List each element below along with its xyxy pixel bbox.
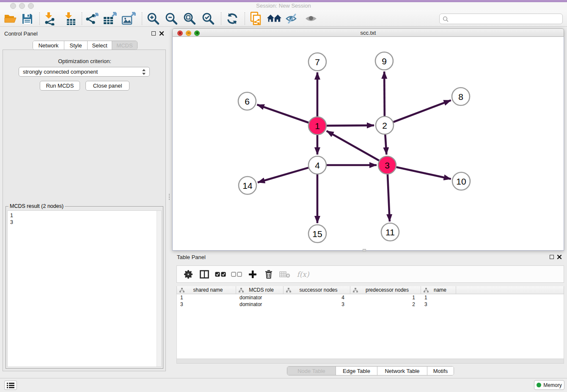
edge-2-8[interactable]: [394, 100, 451, 122]
edge-1-6[interactable]: [257, 105, 309, 122]
zoom-selected-icon[interactable]: [201, 11, 216, 26]
memory-button[interactable]: Memory: [534, 380, 564, 390]
add-icon[interactable]: [245, 267, 261, 282]
table-cell[interactable]: 4: [284, 294, 350, 301]
search-input[interactable]: [450, 14, 562, 23]
graph-node-8[interactable]: 8: [452, 88, 470, 105]
table-cell[interactable]: dominator: [236, 301, 284, 308]
column-header-shared-name[interactable]: shared name: [177, 286, 236, 294]
export-image-icon[interactable]: [121, 11, 137, 26]
table-cell[interactable]: 1: [421, 294, 456, 301]
graph-node-1[interactable]: 1: [308, 117, 326, 135]
edge-3-1[interactable]: [327, 131, 379, 160]
column-header-successor-nodes[interactable]: successor nodes: [284, 286, 350, 294]
graph-node-3[interactable]: 3: [378, 156, 396, 174]
refresh-icon[interactable]: [225, 11, 240, 26]
network-canvas[interactable]: 7968124314101511: [172, 37, 564, 251]
save-session-icon[interactable]: [19, 11, 35, 26]
splitter-handle[interactable]: [363, 249, 366, 251]
table-cell[interactable]: 3: [284, 301, 350, 308]
hierarchy-icon: [286, 288, 291, 293]
edge-1-2[interactable]: [327, 125, 374, 126]
zoom-fit-icon[interactable]: [182, 11, 197, 26]
control-panel-close-icon[interactable]: [159, 31, 164, 36]
edge-4-14[interactable]: [258, 168, 308, 182]
clone-network-icon[interactable]: [248, 11, 263, 26]
optimization-criterion-select[interactable]: strongly connected component: [19, 67, 150, 77]
toolbar-separator: [82, 12, 82, 25]
table-cell[interactable]: dominator: [236, 294, 284, 301]
table-cell[interactable]: 1: [177, 294, 236, 301]
graph-node-11[interactable]: 11: [381, 223, 399, 241]
node-label: 3: [385, 160, 390, 170]
gear-icon[interactable]: [180, 267, 196, 282]
run-mcds-button[interactable]: Run MCDS: [40, 81, 80, 91]
edge-3-11[interactable]: [388, 174, 390, 221]
graph-node-10[interactable]: 10: [452, 172, 470, 190]
close-panel-button[interactable]: Close panel: [85, 81, 129, 91]
first-neighbors-icon[interactable]: [267, 11, 282, 26]
node-label: 6: [245, 97, 250, 106]
delete-table-icon[interactable]: [277, 267, 293, 282]
graph-node-7[interactable]: 7: [308, 53, 326, 71]
table-row[interactable]: 3dominator323: [177, 301, 564, 308]
table-cell[interactable]: 1: [350, 294, 421, 301]
graph-node-4[interactable]: 4: [308, 156, 326, 174]
show-all-icon[interactable]: [304, 11, 319, 26]
control-panel-float-icon[interactable]: [151, 31, 156, 36]
table-cell[interactable]: 3: [421, 301, 456, 308]
table-body[interactable]: 1dominator4113dominator323: [176, 294, 564, 359]
function-icon[interactable]: f(x): [293, 267, 313, 282]
tab-style[interactable]: Style: [64, 41, 88, 50]
column-header-MCDS-role[interactable]: MCDS role: [236, 286, 284, 294]
open-file-icon[interactable]: [3, 11, 18, 26]
column-header-filler: [456, 286, 564, 294]
columns-icon[interactable]: [196, 267, 212, 282]
list-icon: [7, 382, 14, 388]
edge-2-9[interactable]: [384, 72, 385, 116]
tab-edge-table[interactable]: Edge Table: [336, 367, 377, 375]
horizontal-scrollbar[interactable]: [176, 359, 564, 364]
graph-node-9[interactable]: 9: [375, 52, 393, 70]
tab-select[interactable]: Select: [88, 41, 112, 50]
node-label: 8: [458, 92, 463, 102]
node-label: 4: [315, 160, 320, 170]
table-toolbar: f(x): [176, 265, 564, 283]
zoom-out-icon[interactable]: [164, 11, 179, 26]
tab-motifs[interactable]: Motifs: [427, 367, 454, 375]
column-header-name[interactable]: name: [421, 286, 456, 294]
import-table-icon[interactable]: [62, 11, 77, 26]
tab-network-table[interactable]: Network Table: [377, 367, 427, 375]
graph-node-6[interactable]: 6: [238, 92, 256, 110]
graph-node-14[interactable]: 14: [239, 177, 256, 194]
tab-mcds[interactable]: MCDS: [112, 41, 137, 50]
delete-icon[interactable]: [261, 267, 277, 282]
table-panel-close-icon[interactable]: [557, 254, 562, 259]
column-header-predecessor-nodes[interactable]: predecessor nodes: [350, 286, 421, 294]
table-row[interactable]: 1dominator411: [177, 294, 564, 301]
select-all-icon[interactable]: [212, 267, 228, 282]
export-network-icon[interactable]: [85, 11, 100, 26]
import-network-icon[interactable]: [42, 11, 58, 26]
mcds-result-title: MCDS result (2 nodes): [8, 203, 65, 209]
network-graph[interactable]: 7968124314101511: [173, 37, 564, 250]
tab-node-table[interactable]: Node Table: [287, 367, 336, 375]
scrollbar[interactable]: [157, 211, 161, 367]
hide-selected-icon[interactable]: [285, 11, 300, 26]
memory-label: Memory: [543, 382, 561, 388]
splitter-handle[interactable]: [169, 194, 170, 200]
graph-node-2[interactable]: 2: [376, 116, 394, 134]
zoom-in-icon[interactable]: [146, 11, 161, 26]
mcds-result-list[interactable]: 13: [7, 210, 162, 367]
table-cell[interactable]: 3: [177, 301, 236, 308]
deselect-all-icon[interactable]: [228, 267, 245, 282]
edge-2-3[interactable]: [385, 135, 386, 155]
graph-node-15[interactable]: 15: [308, 225, 326, 243]
table-cell[interactable]: 2: [350, 301, 421, 308]
tab-network[interactable]: Network: [33, 41, 64, 50]
task-list-button[interactable]: [4, 381, 17, 390]
edge-3-10[interactable]: [396, 167, 451, 179]
search-box[interactable]: [439, 14, 563, 24]
table-panel-float-icon[interactable]: [550, 255, 554, 259]
export-table-icon[interactable]: [103, 11, 118, 26]
